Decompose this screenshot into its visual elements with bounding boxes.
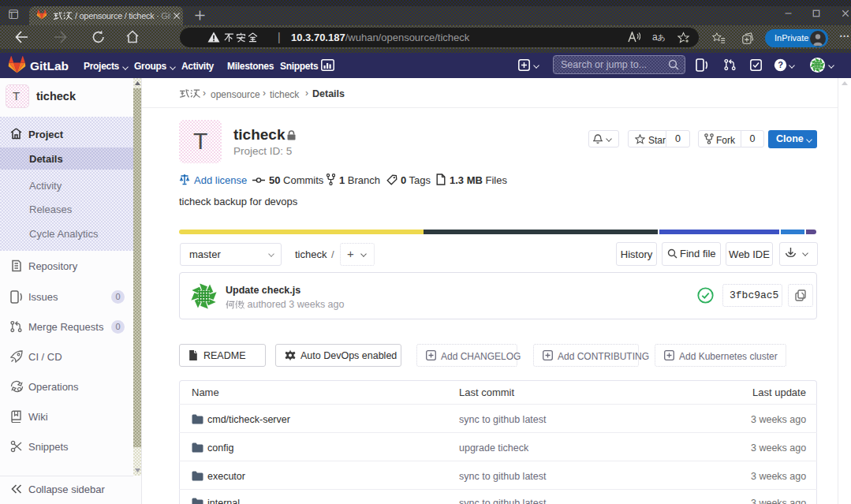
svg-text:?: ?: [778, 60, 783, 69]
